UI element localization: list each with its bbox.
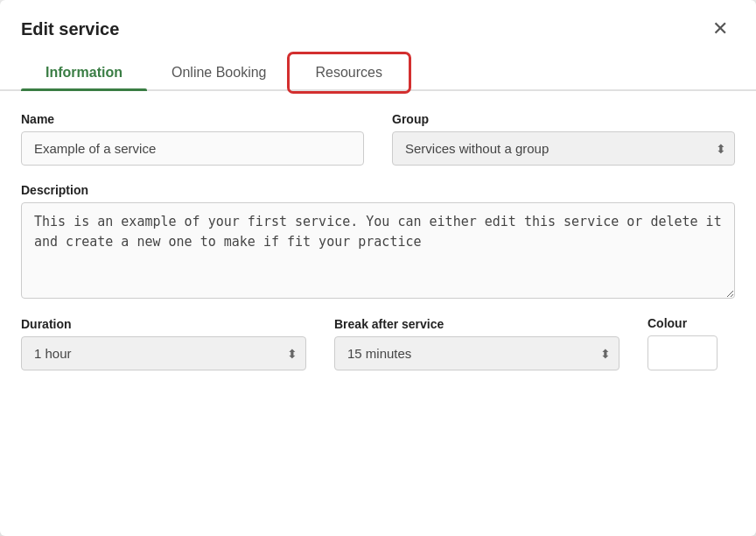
name-group-row: Name Group Services without a group Grou… [21,112,735,166]
dialog-header: Edit service ✕ [0,0,756,42]
edit-service-dialog: Edit service ✕ Information Online Bookin… [0,0,756,536]
group-select-wrapper: Services without a group Group 1 Group 2 [392,131,735,166]
duration-select-wrapper: 30 minutes 45 minutes 1 hour 1.5 hours 2… [21,336,306,370]
description-label: Description [21,183,735,197]
break-label: Break after service [334,317,620,331]
tab-resources[interactable]: Resources [291,56,407,89]
name-label: Name [21,112,364,126]
name-input[interactable] [21,131,364,166]
break-form-group: Break after service None 5 minutes 10 mi… [334,317,620,370]
group-form-group: Group Services without a group Group 1 G… [392,112,735,166]
description-textarea[interactable]: This is an example of your first service… [21,202,735,299]
duration-select[interactable]: 30 minutes 45 minutes 1 hour 1.5 hours 2… [21,336,306,370]
description-form-group: Description This is an example of your f… [21,183,735,299]
break-select-wrapper: None 5 minutes 10 minutes 15 minutes 30 … [334,336,620,370]
bottom-row: Duration 30 minutes 45 minutes 1 hour 1.… [21,316,735,370]
colour-picker[interactable] [648,335,718,370]
duration-label: Duration [21,317,306,331]
group-select[interactable]: Services without a group Group 1 Group 2 [392,131,735,166]
colour-label: Colour [648,316,735,330]
duration-form-group: Duration 30 minutes 45 minutes 1 hour 1.… [21,317,306,370]
dialog-body: Name Group Services without a group Grou… [0,91,756,391]
tabs-bar: Information Online Booking Resources [0,46,756,91]
name-form-group: Name [21,112,364,166]
dialog-title: Edit service [21,19,119,39]
colour-form-group: Colour [648,316,735,370]
tab-information[interactable]: Information [21,56,147,89]
group-label: Group [392,112,735,126]
break-select[interactable]: None 5 minutes 10 minutes 15 minutes 30 … [334,336,620,370]
close-button[interactable]: ✕ [705,16,735,42]
tab-online-booking[interactable]: Online Booking [147,56,291,89]
